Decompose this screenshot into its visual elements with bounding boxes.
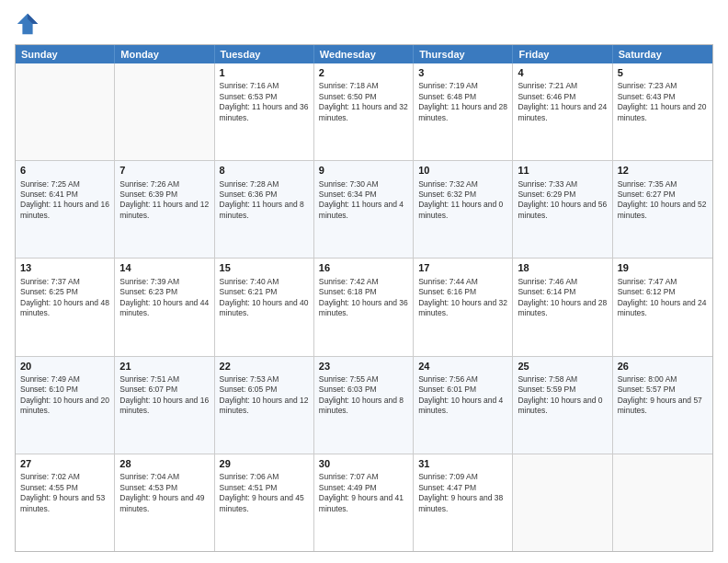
calendar-cell-30: 30Sunrise: 7:07 AM Sunset: 4:49 PM Dayli… — [314, 454, 414, 551]
day-header-friday: Friday — [513, 45, 612, 63]
calendar-cell-22: 22Sunrise: 7:53 AM Sunset: 6:05 PM Dayli… — [215, 357, 314, 454]
cell-info: Sunrise: 7:35 AM Sunset: 6:27 PM Dayligh… — [618, 179, 708, 222]
cell-info: Sunrise: 7:51 AM Sunset: 6:07 PM Dayligh… — [119, 374, 209, 417]
calendar-cell-31: 31Sunrise: 7:09 AM Sunset: 4:47 PM Dayli… — [414, 454, 513, 551]
calendar-week-4: 20Sunrise: 7:49 AM Sunset: 6:10 PM Dayli… — [16, 357, 712, 454]
calendar-cell-13: 13Sunrise: 7:37 AM Sunset: 6:25 PM Dayli… — [16, 259, 115, 355]
cell-info: Sunrise: 7:18 AM Sunset: 6:50 PM Dayligh… — [319, 81, 408, 123]
day-number: 29 — [220, 457, 309, 470]
calendar-cell-24: 24Sunrise: 7:56 AM Sunset: 6:01 PM Dayli… — [414, 357, 513, 454]
cell-info: Sunrise: 7:09 AM Sunset: 4:47 PM Dayligh… — [418, 472, 507, 514]
calendar-cell-empty — [16, 63, 115, 160]
day-number: 26 — [618, 360, 708, 373]
day-number: 21 — [119, 360, 209, 373]
calendar-cell-23: 23Sunrise: 7:55 AM Sunset: 6:03 PM Dayli… — [314, 357, 414, 454]
page: SundayMondayTuesdayWednesdayThursdayFrid… — [0, 0, 728, 563]
cell-info: Sunrise: 7:58 AM Sunset: 5:59 PM Dayligh… — [518, 374, 607, 417]
day-number: 19 — [618, 261, 708, 274]
day-number: 30 — [319, 457, 408, 470]
day-number: 8 — [220, 164, 309, 177]
calendar-cell-5: 5Sunrise: 7:23 AM Sunset: 6:43 PM Daylig… — [613, 63, 712, 160]
cell-info: Sunrise: 7:06 AM Sunset: 4:51 PM Dayligh… — [220, 472, 309, 514]
day-header-thursday: Thursday — [414, 45, 513, 63]
calendar-cell-7: 7Sunrise: 7:26 AM Sunset: 6:39 PM Daylig… — [115, 161, 214, 258]
calendar-cell-28: 28Sunrise: 7:04 AM Sunset: 4:53 PM Dayli… — [115, 454, 214, 551]
calendar-header: SundayMondayTuesdayWednesdayThursdayFrid… — [16, 45, 712, 63]
cell-info: Sunrise: 7:32 AM Sunset: 6:32 PM Dayligh… — [418, 179, 507, 222]
day-number: 6 — [20, 164, 109, 177]
day-number: 20 — [20, 360, 109, 373]
calendar-cell-12: 12Sunrise: 7:35 AM Sunset: 6:27 PM Dayli… — [613, 161, 712, 258]
day-number: 18 — [518, 261, 607, 274]
day-number: 2 — [319, 66, 408, 79]
cell-info: Sunrise: 7:49 AM Sunset: 6:10 PM Dayligh… — [20, 374, 109, 417]
calendar-cell-3: 3Sunrise: 7:19 AM Sunset: 6:48 PM Daylig… — [414, 63, 513, 160]
calendar-cell-empty — [613, 454, 712, 551]
logo — [15, 11, 44, 37]
calendar-cell-25: 25Sunrise: 7:58 AM Sunset: 5:59 PM Dayli… — [513, 357, 612, 454]
day-number: 12 — [618, 164, 708, 177]
day-number: 28 — [119, 457, 209, 470]
day-number: 24 — [418, 360, 507, 373]
calendar-week-5: 27Sunrise: 7:02 AM Sunset: 4:55 PM Dayli… — [16, 454, 712, 551]
cell-info: Sunrise: 7:53 AM Sunset: 6:05 PM Dayligh… — [220, 374, 309, 417]
day-number: 25 — [518, 360, 607, 373]
cell-info: Sunrise: 7:21 AM Sunset: 6:46 PM Dayligh… — [518, 81, 607, 123]
cell-info: Sunrise: 7:42 AM Sunset: 6:18 PM Dayligh… — [319, 277, 408, 319]
day-number: 14 — [119, 261, 209, 274]
calendar-week-1: 1Sunrise: 7:16 AM Sunset: 6:53 PM Daylig… — [16, 63, 712, 161]
calendar-cell-18: 18Sunrise: 7:46 AM Sunset: 6:14 PM Dayli… — [513, 259, 612, 355]
calendar-week-2: 6Sunrise: 7:25 AM Sunset: 6:41 PM Daylig… — [16, 161, 712, 259]
day-header-tuesday: Tuesday — [215, 45, 314, 63]
cell-info: Sunrise: 7:40 AM Sunset: 6:21 PM Dayligh… — [220, 277, 309, 319]
day-number: 11 — [518, 164, 607, 177]
day-number: 15 — [220, 261, 309, 274]
calendar-cell-6: 6Sunrise: 7:25 AM Sunset: 6:41 PM Daylig… — [16, 161, 115, 258]
cell-info: Sunrise: 7:28 AM Sunset: 6:36 PM Dayligh… — [220, 179, 309, 222]
calendar-week-3: 13Sunrise: 7:37 AM Sunset: 6:25 PM Dayli… — [16, 259, 712, 356]
calendar-cell-15: 15Sunrise: 7:40 AM Sunset: 6:21 PM Dayli… — [215, 259, 314, 355]
calendar-cell-29: 29Sunrise: 7:06 AM Sunset: 4:51 PM Dayli… — [215, 454, 314, 551]
day-header-sunday: Sunday — [16, 45, 115, 63]
calendar-cell-8: 8Sunrise: 7:28 AM Sunset: 6:36 PM Daylig… — [215, 161, 314, 258]
calendar-cell-1: 1Sunrise: 7:16 AM Sunset: 6:53 PM Daylig… — [215, 63, 314, 160]
calendar-cell-4: 4Sunrise: 7:21 AM Sunset: 6:46 PM Daylig… — [513, 63, 612, 160]
calendar-cell-14: 14Sunrise: 7:39 AM Sunset: 6:23 PM Dayli… — [115, 259, 214, 355]
day-number: 4 — [518, 66, 607, 79]
day-number: 7 — [119, 164, 209, 177]
day-number: 3 — [418, 66, 507, 79]
day-header-monday: Monday — [115, 45, 214, 63]
cell-info: Sunrise: 7:47 AM Sunset: 6:12 PM Dayligh… — [618, 277, 708, 319]
cell-info: Sunrise: 7:33 AM Sunset: 6:29 PM Dayligh… — [518, 179, 607, 222]
cell-info: Sunrise: 7:02 AM Sunset: 4:55 PM Dayligh… — [20, 472, 109, 514]
cell-info: Sunrise: 7:46 AM Sunset: 6:14 PM Dayligh… — [518, 277, 607, 319]
logo-icon — [15, 11, 40, 37]
calendar-cell-21: 21Sunrise: 7:51 AM Sunset: 6:07 PM Dayli… — [115, 357, 214, 454]
day-number: 23 — [319, 360, 408, 373]
cell-info: Sunrise: 8:00 AM Sunset: 5:57 PM Dayligh… — [618, 374, 708, 417]
header — [15, 11, 713, 37]
day-number: 9 — [319, 164, 408, 177]
day-number: 17 — [418, 261, 507, 274]
calendar-cell-19: 19Sunrise: 7:47 AM Sunset: 6:12 PM Dayli… — [613, 259, 712, 355]
day-header-wednesday: Wednesday — [314, 45, 414, 63]
cell-info: Sunrise: 7:26 AM Sunset: 6:39 PM Dayligh… — [119, 179, 209, 222]
calendar-cell-11: 11Sunrise: 7:33 AM Sunset: 6:29 PM Dayli… — [513, 161, 612, 258]
calendar-cell-27: 27Sunrise: 7:02 AM Sunset: 4:55 PM Dayli… — [16, 454, 115, 551]
cell-info: Sunrise: 7:16 AM Sunset: 6:53 PM Dayligh… — [220, 81, 309, 123]
cell-info: Sunrise: 7:07 AM Sunset: 4:49 PM Dayligh… — [319, 472, 408, 514]
day-number: 16 — [319, 261, 408, 274]
cell-info: Sunrise: 7:23 AM Sunset: 6:43 PM Dayligh… — [618, 81, 708, 123]
cell-info: Sunrise: 7:25 AM Sunset: 6:41 PM Dayligh… — [20, 179, 109, 222]
calendar-cell-16: 16Sunrise: 7:42 AM Sunset: 6:18 PM Dayli… — [314, 259, 414, 355]
cell-info: Sunrise: 7:56 AM Sunset: 6:01 PM Dayligh… — [418, 374, 507, 417]
day-number: 22 — [220, 360, 309, 373]
calendar-cell-20: 20Sunrise: 7:49 AM Sunset: 6:10 PM Dayli… — [16, 357, 115, 454]
calendar-body: 1Sunrise: 7:16 AM Sunset: 6:53 PM Daylig… — [16, 63, 712, 551]
calendar-cell-10: 10Sunrise: 7:32 AM Sunset: 6:32 PM Dayli… — [414, 161, 513, 258]
day-number: 13 — [20, 261, 109, 274]
calendar-cell-2: 2Sunrise: 7:18 AM Sunset: 6:50 PM Daylig… — [314, 63, 414, 160]
calendar-cell-17: 17Sunrise: 7:44 AM Sunset: 6:16 PM Dayli… — [414, 259, 513, 355]
calendar-cell-26: 26Sunrise: 8:00 AM Sunset: 5:57 PM Dayli… — [613, 357, 712, 454]
day-number: 5 — [618, 66, 708, 79]
